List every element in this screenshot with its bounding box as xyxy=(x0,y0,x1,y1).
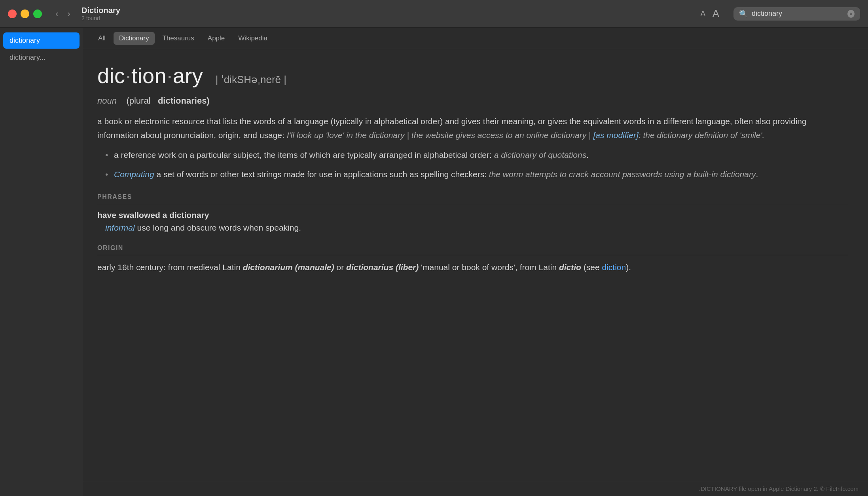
word-title: dic·tion·ary xyxy=(97,64,209,87)
tab-bar: All Dictionary Thesaurus Apple Wikipedia xyxy=(83,28,868,49)
content-area: All Dictionary Thesaurus Apple Wikipedia… xyxy=(83,28,868,496)
footer-note: .DICTIONARY file open in Apple Dictionar… xyxy=(83,481,868,496)
nav-buttons: ‹ › xyxy=(52,7,74,21)
sub-def-2: Computing a set of words or other text s… xyxy=(105,168,848,182)
title-block: Dictionary 2 found xyxy=(81,6,120,21)
tab-apple[interactable]: Apple xyxy=(202,32,230,45)
phrase-definition: informal use long and obscure words when… xyxy=(97,223,848,233)
sidebar: dictionary dictionary... xyxy=(0,28,83,496)
tab-dictionary[interactable]: Dictionary xyxy=(114,32,155,45)
font-increase-button[interactable]: A xyxy=(713,8,719,20)
phrase-title: have swallowed a dictionary xyxy=(97,210,848,220)
search-input[interactable] xyxy=(752,9,843,18)
sidebar-item-dictionary[interactable]: dictionary xyxy=(3,32,80,49)
font-decrease-button[interactable]: A xyxy=(701,9,705,18)
sidebar-item-dictionary-ellipsis[interactable]: dictionary... xyxy=(3,49,80,66)
sub-definitions: a reference work on a particular subject… xyxy=(97,148,848,181)
search-clear-button[interactable]: × xyxy=(847,10,855,18)
maximize-button[interactable] xyxy=(33,9,42,18)
phrase-entry: have swallowed a dictionary informal use… xyxy=(97,210,848,233)
window-title: Dictionary xyxy=(81,6,120,15)
dict-content[interactable]: dic·tion·ary | ˈdikSHəˌnerē | noun (plur… xyxy=(83,49,868,481)
minimize-button[interactable] xyxy=(21,9,29,18)
search-bar: 🔍 × xyxy=(733,7,860,21)
tab-thesaurus[interactable]: Thesaurus xyxy=(157,32,200,45)
forward-button[interactable]: › xyxy=(64,7,74,21)
tab-wikipedia[interactable]: Wikipedia xyxy=(233,32,273,45)
word-pos: noun (plural dictionaries) xyxy=(97,96,848,106)
font-size-controls: A A xyxy=(701,8,719,20)
main-layout: dictionary dictionary... All Dictionary … xyxy=(0,28,868,496)
tab-all[interactable]: All xyxy=(93,32,111,45)
phrases-header: PHRASES xyxy=(97,193,848,204)
word-header: dic·tion·ary | ˈdikSHəˌnerē | xyxy=(97,63,848,88)
sub-def-1: a reference work on a particular subject… xyxy=(105,148,848,162)
diction-link[interactable]: diction xyxy=(602,263,626,272)
titlebar: ‹ › Dictionary 2 found A A 🔍 × xyxy=(0,0,868,28)
traffic-lights xyxy=(8,9,42,18)
definition-block: a book or electronic resource that lists… xyxy=(97,115,848,182)
back-button[interactable]: ‹ xyxy=(52,7,62,21)
word-pronunciation: | ˈdikSHəˌnerē | xyxy=(216,74,286,85)
close-button[interactable] xyxy=(8,9,17,18)
origin-header: ORIGIN xyxy=(97,244,848,255)
search-icon: 🔍 xyxy=(739,9,748,18)
main-definition: a book or electronic resource that lists… xyxy=(97,115,848,142)
origin-text: early 16th century: from medieval Latin … xyxy=(97,261,848,275)
window-subtitle: 2 found xyxy=(81,15,120,21)
